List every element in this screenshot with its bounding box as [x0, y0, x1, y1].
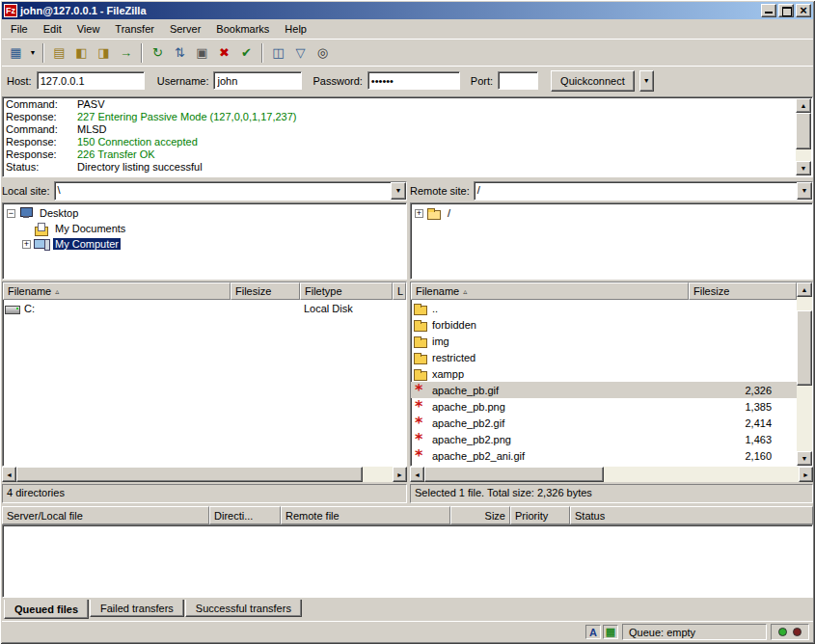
scroll-right-button[interactable]: ►	[799, 467, 813, 482]
username-input[interactable]	[213, 71, 302, 90]
scroll-track[interactable]	[797, 297, 812, 451]
local-file-list: FilenameFilesizeFiletypeL C: Local Disk	[2, 282, 407, 467]
toggle-remote-treeview-button[interactable]: ◨	[93, 42, 115, 64]
tab-successful-transfers[interactable]: Successful transfers	[185, 600, 302, 617]
file-row-apache-pb-gif[interactable]: apache_pb.gif 2,326	[411, 382, 797, 398]
file-row-xampp[interactable]: xampp	[411, 365, 797, 382]
directory-comparison-button[interactable]: ◫	[267, 42, 289, 64]
scroll-track[interactable]	[796, 113, 811, 161]
file-row-apache-pb2-gif[interactable]: apache_pb2.gif 2,414	[411, 415, 797, 431]
column-header-directi[interactable]: Directi...	[209, 506, 281, 524]
file-row-c[interactable]: C: Local Disk	[3, 300, 406, 316]
tree-expander[interactable]: +	[415, 209, 423, 218]
toolbar-separator	[141, 43, 143, 63]
scroll-up-button[interactable]: ▲	[797, 282, 812, 297]
abort-button[interactable]: ✖	[213, 42, 235, 64]
disk-icon	[5, 302, 21, 315]
scroll-thumb[interactable]	[424, 467, 604, 482]
column-header-server-local-file[interactable]: Server/Local file	[2, 506, 209, 524]
file-row-img[interactable]: img	[411, 333, 797, 349]
column-header-size[interactable]: Size	[450, 506, 510, 524]
minimize-button[interactable]	[761, 4, 776, 17]
remote-vertical-scrollbar[interactable]: ▲ ▼	[797, 282, 812, 466]
tree-expander[interactable]: +	[22, 240, 31, 249]
maximize-button[interactable]	[778, 4, 794, 17]
toggle-queueview-button[interactable]: →	[115, 42, 137, 64]
scroll-down-button[interactable]: ▼	[797, 451, 812, 466]
log-scrollbar[interactable]: ▲ ▼	[796, 98, 811, 175]
tree-expander[interactable]: −	[7, 209, 15, 218]
local-site-label: Local site:	[2, 185, 50, 197]
toggle-message-log-button[interactable]: ▤	[48, 42, 70, 64]
tab-failed-transfers[interactable]: Failed transfers	[90, 600, 184, 617]
scroll-thumb[interactable]	[797, 310, 812, 386]
tree-item-desktop[interactable]: − Desktop	[4, 205, 405, 221]
local-horizontal-scrollbar[interactable]: ◄ ►	[2, 467, 407, 482]
local-site-value[interactable]: \	[55, 182, 391, 200]
chevron-down-icon[interactable]: ▼	[797, 182, 812, 200]
queue-tabs: Queued files Failed transfers Successful…	[2, 600, 813, 620]
column-header-status[interactable]: Status	[570, 506, 813, 524]
password-label: Password:	[312, 75, 362, 87]
password-input[interactable]	[367, 71, 460, 90]
toolbar: ▦▼ ▤◧◨→ ↻⇅▣✖✔ ◫▽◎	[2, 39, 813, 66]
close-button[interactable]	[796, 4, 811, 17]
host-input[interactable]	[37, 71, 145, 90]
site-manager-dropdown[interactable]: ▼	[27, 42, 39, 64]
scroll-track[interactable]	[16, 467, 393, 482]
remote-horizontal-scrollbar[interactable]: ◄ ►	[410, 467, 813, 482]
menu-item-transfer[interactable]: Transfer	[107, 20, 162, 38]
refresh-button[interactable]: ↻	[147, 42, 169, 64]
site-manager-button[interactable]: ▦	[5, 42, 27, 64]
file-row-apache-pb2-png[interactable]: apache_pb2.png 1,463	[411, 431, 797, 447]
quickconnect-dropdown[interactable]: ▼	[639, 70, 654, 92]
file-row-forbidden[interactable]: forbidden	[411, 316, 797, 333]
scroll-track[interactable]	[424, 467, 799, 482]
scroll-left-button[interactable]: ◄	[410, 467, 424, 482]
scroll-thumb[interactable]	[16, 467, 363, 482]
tree-item[interactable]: + /	[412, 205, 811, 221]
tree-item-my-computer[interactable]: + My Computer	[4, 236, 405, 252]
remote-site-value[interactable]: /	[475, 182, 797, 200]
file-row-restricted[interactable]: restricted	[411, 349, 797, 365]
toggle-local-treeview-button[interactable]: ◧	[70, 42, 93, 64]
menu-item-view[interactable]: View	[69, 20, 108, 38]
column-header-remote-file[interactable]: Remote file	[281, 506, 450, 524]
remote-status-text: Selected 1 file. Total size: 2,326 bytes	[410, 484, 813, 503]
menu-item-help[interactable]: Help	[277, 20, 314, 38]
preview-button[interactable]: ▣	[191, 42, 213, 64]
menu-item-edit[interactable]: Edit	[36, 20, 69, 38]
menu-item-file[interactable]: File	[3, 20, 36, 38]
tree-item-my-documents[interactable]: My Documents	[4, 221, 405, 236]
filter-button[interactable]: ▽	[289, 42, 312, 64]
column-header-l[interactable]: L	[393, 282, 406, 300]
port-input[interactable]	[498, 71, 538, 90]
scroll-up-button[interactable]: ▲	[796, 98, 811, 113]
file-row[interactable]: ..	[411, 300, 797, 316]
column-header-priority[interactable]: Priority	[510, 506, 570, 524]
find-files-button[interactable]: ◎	[312, 42, 334, 64]
verify-button[interactable]: ✔	[235, 42, 258, 64]
column-header-filename[interactable]: Filename	[3, 282, 231, 300]
desktop-icon	[18, 206, 35, 220]
column-header-filesize[interactable]: Filesize	[689, 282, 797, 300]
menu-item-bookmarks[interactable]: Bookmarks	[208, 20, 277, 38]
scroll-down-button[interactable]: ▼	[796, 161, 811, 175]
column-header-filesize[interactable]: Filesize	[231, 282, 300, 300]
file-row-apache-pb-png[interactable]: apache_pb.png 1,385	[411, 398, 797, 415]
remote-site-combobox[interactable]: / ▼	[474, 181, 813, 201]
local-site-combobox[interactable]: \ ▼	[54, 181, 407, 201]
scroll-right-button[interactable]: ►	[393, 467, 407, 482]
scroll-left-button[interactable]: ◄	[2, 467, 16, 482]
transfer-queue-list[interactable]	[2, 524, 813, 598]
file-row-apache-pb2-ani-gif[interactable]: apache_pb2_ani.gif 2,160	[411, 447, 797, 464]
column-header-filetype[interactable]: Filetype	[300, 282, 393, 300]
process-queue-button[interactable]: ⇅	[169, 42, 191, 64]
remote-pane: Remote site: / ▼ + / FilenameFiles	[410, 180, 813, 503]
quickconnect-button[interactable]: Quickconnect	[551, 70, 635, 92]
column-header-filename[interactable]: Filename	[411, 282, 689, 300]
tab-queued-files[interactable]: Queued files	[4, 600, 89, 619]
scroll-thumb[interactable]	[796, 113, 811, 149]
chevron-down-icon[interactable]: ▼	[391, 182, 406, 200]
menu-item-server[interactable]: Server	[162, 20, 208, 38]
